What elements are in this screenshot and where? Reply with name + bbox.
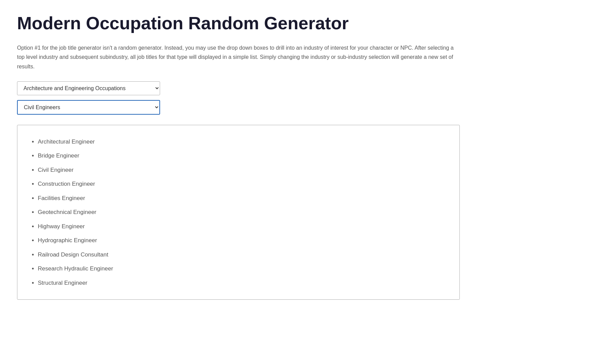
results-list: Architectural EngineerBridge EngineerCiv… (31, 135, 446, 289)
page-description: Option #1 for the job title generator is… (17, 43, 460, 71)
list-item: Railroad Design Consultant (38, 248, 446, 261)
industry-dropdown[interactable]: Architecture and Engineering Occupations… (17, 81, 160, 95)
list-item: Civil Engineer (38, 164, 446, 177)
results-box: Architectural EngineerBridge EngineerCiv… (17, 125, 460, 300)
list-item: Architectural Engineer (38, 135, 446, 148)
list-item: Research Hydraulic Engineer (38, 262, 446, 275)
list-item: Structural Engineer (38, 277, 446, 289)
list-item: Hydrographic Engineer (38, 234, 446, 247)
list-item: Facilities Engineer (38, 192, 446, 205)
list-item: Bridge Engineer (38, 149, 446, 162)
page-title: Modern Occupation Random Generator (17, 14, 460, 33)
subindustry-dropdown[interactable]: Civil EngineersArchitectsElectrical Engi… (17, 100, 160, 115)
dropdown-controls: Architecture and Engineering Occupations… (17, 81, 460, 115)
list-item: Construction Engineer (38, 178, 446, 191)
list-item: Highway Engineer (38, 220, 446, 233)
list-item: Geotechnical Engineer (38, 206, 446, 219)
